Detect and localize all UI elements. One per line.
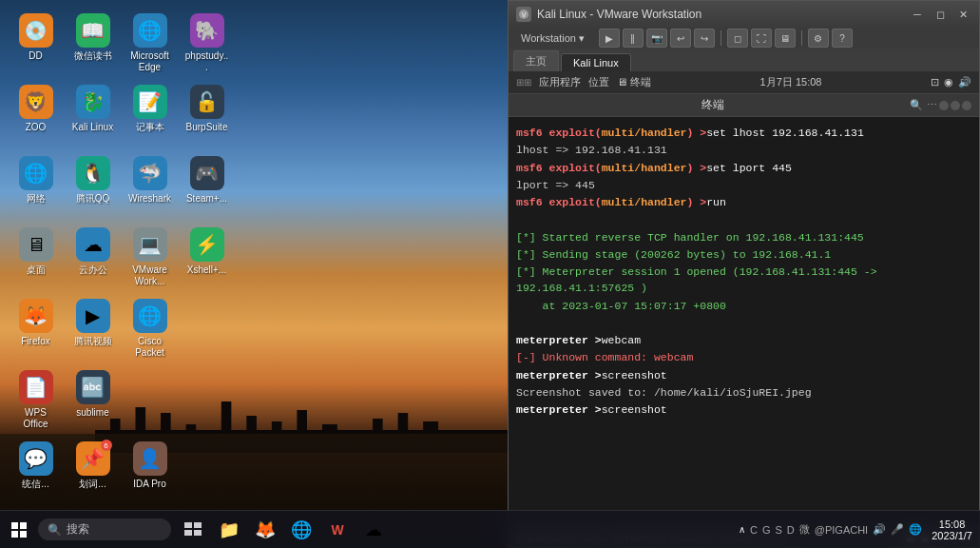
icon-steam[interactable]: 🎮 Steam+... [181, 152, 233, 219]
icon-phpstudypro[interactable]: 🐘 phpstudy... [181, 10, 233, 76]
taskbar-tray: ∧ C G S D 微 @PIGACHI 🔊 🎤 🌐 15:08 2023/1/… [739, 519, 980, 541]
taskbar-edge[interactable]: 🌐 [284, 513, 318, 547]
taskbar-wps[interactable]: W [320, 513, 355, 547]
toolbar-pause[interactable]: ‖ [623, 29, 644, 48]
terminal-search-btn[interactable]: 🔍 [909, 98, 924, 113]
toolbar-win[interactable]: ◻ [727, 29, 748, 48]
kali-screen-icon[interactable]: ⊡ [931, 76, 939, 88]
toolbar-fullscreen[interactable]: ⛶ [751, 29, 772, 48]
icon-qq[interactable]: 🐧 腾讯QQ [67, 152, 119, 219]
terminal-line-3: msf6 exploit(multi/handler) > set lport … [516, 160, 971, 176]
icon-vmware[interactable]: 💻 VMware Work... [124, 224, 176, 290]
toolbar-photo[interactable]: 📷 [646, 29, 667, 48]
icon-notepad[interactable]: 📝 记事本 [124, 81, 176, 147]
icon-note2[interactable]: 📌 6 划词... [67, 438, 119, 504]
tray-speaker-icon[interactable]: 🔊 [873, 523, 886, 536]
tab-kali[interactable]: Kali Linux [561, 53, 631, 71]
kali-volume-icon[interactable]: 🔊 [958, 76, 971, 88]
icon-img-desktop2: 🖥 [19, 227, 53, 262]
maximize-button[interactable]: ◻ [932, 7, 949, 22]
icon-label-qq: 腾讯QQ [76, 193, 110, 205]
icon-xshell[interactable]: ⚡ Xshell+... [181, 224, 233, 290]
search-icon: 🔍 [48, 523, 62, 537]
tab-home[interactable]: 主页 [513, 50, 559, 71]
start-button[interactable] [0, 511, 38, 549]
term-prompt-16: meterpreter > [516, 401, 602, 418]
icon-img-zoo: 🦁 [19, 85, 53, 119]
taskbar-task-view[interactable] [176, 513, 210, 547]
terminal-line-10: at 2023-01-07 15:07:17 +0800 [516, 298, 971, 314]
icon-wpsoffice[interactable]: 📄 WPS Office [10, 366, 62, 433]
terminal-line-16: meterpreter > screenshot [516, 401, 971, 418]
icon-tencentvideo[interactable]: ▶ 腾讯视频 [67, 295, 119, 362]
kali-location-menu[interactable]: 位置 [588, 75, 609, 89]
kali-terminal-menu[interactable]: 🖥 终端 [617, 75, 651, 89]
tray-chevron[interactable]: ∧ [739, 524, 745, 535]
menu-workstation[interactable]: Workstation ▾ [513, 30, 592, 47]
toolbar-display[interactable]: 🖥 [775, 29, 796, 48]
terminal-color-dots [939, 101, 971, 110]
icon-img-network: 🌐 [19, 156, 53, 190]
close-button[interactable]: ✕ [954, 7, 971, 22]
icon-img-burpsuite: 🔓 [190, 85, 224, 119]
tray-wei: 微 [799, 522, 810, 537]
icon-label-cloud: 云办公 [79, 264, 107, 276]
toolbar-undo[interactable]: ↩ [670, 29, 691, 48]
icon-label-vmware: VMware Work... [127, 264, 172, 286]
terminal-title: 终端 [516, 97, 909, 113]
terminal-line-6 [516, 211, 971, 227]
tray-mic-icon[interactable]: 🎤 [891, 523, 904, 536]
icon-idapro[interactable]: 👤 IDA Pro [124, 438, 176, 504]
icon-zoo[interactable]: 🦁 ZOO [10, 81, 62, 147]
system-clock[interactable]: 15:08 2023/1/7 [932, 519, 972, 541]
icon-label-cisco: Cisco Packet Tracer Intel... [127, 336, 172, 358]
icon-cloud[interactable]: ☁ 云办公 [67, 224, 119, 290]
icon-kali[interactable]: 🐉 Kali Linux [67, 81, 119, 147]
icon-wireshark[interactable]: 🦈 Wireshark [124, 152, 176, 219]
taskbar-cloud[interactable]: ☁ [356, 513, 391, 547]
icon-network[interactable]: 🌐 网络 [10, 152, 62, 219]
vmware-menubar: Workstation ▾ ▶ ‖ 📷 ↩ ↪ ◻ ⛶ 🖥 ⚙ ? [509, 28, 979, 49]
icon-firefox[interactable]: 🦊 Firefox [10, 295, 62, 362]
toolbar-settings[interactable]: ⚙ [808, 29, 829, 48]
kali-topbar-center: 1月7日 15:08 [651, 75, 931, 89]
icon-label-zoo: ZOO [26, 122, 47, 133]
toolbar-redo[interactable]: ↪ [694, 29, 715, 48]
icon-label-tongxin: 统信... [22, 479, 48, 490]
icon-desktop2[interactable]: 🖥 桌面 [10, 224, 62, 290]
term-prompt-14: meterpreter > [516, 367, 602, 383]
icon-img-qq: 🐧 [76, 156, 110, 190]
icon-label-sublime: sublime [76, 407, 108, 419]
icon-label-edge: Microsoft Edge [127, 50, 172, 72]
term-success-10: at 2023-01-07 15:07:17 +0800 [516, 298, 726, 314]
search-bar[interactable]: 🔍 搜索 [38, 519, 171, 540]
icon-img-cisco: 🌐 [133, 299, 167, 333]
kali-topbar-left: ⊞⊞ 应用程序 位置 🖥 终端 [516, 75, 651, 89]
taskbar-firefox[interactable]: 🦊 [248, 513, 282, 547]
taskbar-explorer[interactable]: 📁 [212, 513, 246, 547]
icon-wechat-read[interactable]: 📖 微信读书 [67, 10, 119, 76]
kali-apps-menu[interactable]: 应用程序 [539, 75, 581, 89]
icon-label-kali: Kali Linux [72, 122, 113, 133]
minimize-button[interactable]: ─ [909, 7, 926, 22]
kali-record-icon[interactable]: ◉ [944, 76, 953, 88]
kali-vm-content: ⊞⊞ 应用程序 位置 🖥 终端 1月7日 15:08 ⊡ ◉ 🔊 终端 🔍 ⋯ [509, 71, 979, 547]
icon-edge[interactable]: 🌐 Microsoft Edge [124, 10, 176, 76]
icon-img-xshell: ⚡ [190, 227, 224, 262]
svg-rect-4 [11, 531, 18, 538]
terminal-line-13: [-] Unknown command: webcam [516, 349, 971, 365]
terminal-header: 终端 🔍 ⋯ [509, 94, 979, 117]
tray-network-icon[interactable]: 🌐 [909, 523, 922, 536]
icon-img-sublime: 🔤 [76, 370, 110, 404]
icon-burpsuite[interactable]: 🔓 BurpSuite [181, 81, 233, 147]
desktop-icons: 💿 DD 📖 微信读书 🌐 Microsoft Edge 🐘 phpstudy.… [10, 10, 233, 504]
toolbar-help[interactable]: ? [832, 29, 853, 48]
icon-dd[interactable]: 💿 DD [10, 10, 62, 76]
terminal-dots[interactable]: ⋯ [924, 98, 939, 113]
icon-sublime[interactable]: 🔤 sublime [67, 366, 119, 433]
terminal-line-2: lhost => 192.168.41.131 [516, 142, 971, 158]
terminal-body[interactable]: msf6 exploit(multi/handler) > set lhost … [509, 117, 979, 526]
icon-tongxin[interactable]: 💬 统信... [10, 438, 62, 504]
icon-cisco[interactable]: 🌐 Cisco Packet Tracer Intel... [124, 295, 176, 362]
toolbar-play[interactable]: ▶ [599, 29, 620, 48]
